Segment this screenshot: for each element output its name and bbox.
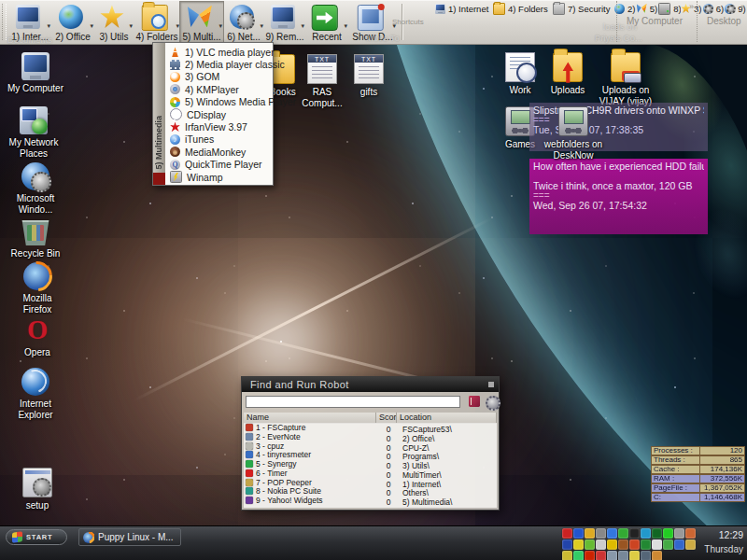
desktop-icon-internet-explorer[interactable]: Internet Explorer	[6, 368, 65, 420]
tray-icon[interactable]	[618, 528, 628, 539]
launcher-item-2-office[interactable]: ▾2) Office	[50, 1, 95, 45]
tray-icon[interactable]	[596, 528, 606, 539]
tray-clock[interactable]: 12:29 Thursday	[702, 529, 743, 554]
shortcut-item-7-security[interactable]: 7) Security	[553, 2, 614, 15]
start-button[interactable]: START	[6, 529, 67, 545]
tray-icon[interactable]	[641, 528, 651, 539]
toolbar-drag-handle[interactable]	[2, 4, 7, 40]
menu-item-3-gom[interactable]: 3) GOM	[166, 71, 272, 83]
shortcut-item-4-folders[interactable]: 4) Folders	[493, 2, 553, 15]
menu-item-itunes[interactable]: iTunes	[166, 133, 272, 146]
tray-icon[interactable]	[685, 528, 696, 539]
desktop-icon-mozilla-firefox[interactable]: Mozilla Firefox	[7, 262, 67, 315]
launcher-item-label: 6) Net...	[223, 32, 264, 42]
desktop-icon-webfolders-on-desknow[interactable]: webfolders on DeskNow	[540, 106, 607, 161]
tray-icon[interactable]	[663, 539, 673, 550]
desktop-icon-uploads[interactable]: Uploads	[538, 52, 598, 96]
tray-icon[interactable]	[607, 551, 617, 560]
desktop-icon-my-computer[interactable]: My Computer	[6, 52, 65, 94]
tray-icon[interactable]	[641, 551, 651, 560]
launcher-item-5-multi[interactable]: ▾5) Multi...	[179, 1, 224, 45]
resmeter-label: RAM :	[651, 474, 699, 483]
menu-vertical-label: 5) Multimedia	[154, 116, 163, 170]
tray-icon[interactable]	[629, 551, 640, 560]
desktop-icon-recycle-bin[interactable]: Recycle Bin	[6, 217, 65, 259]
tray-icon[interactable]	[596, 539, 606, 550]
taskbar-task-puppy-linux[interactable]: Puppy Linux - M...	[78, 528, 181, 546]
tray-icon[interactable]	[629, 528, 640, 539]
desktop-icon-my-network-places[interactable]: My Network Places	[4, 106, 63, 159]
desktop-icon-microsoft-windo[interactable]: Microsoft Windo...	[6, 162, 65, 215]
resmeter-row: Threads :865	[651, 455, 745, 465]
launcher-item-4-folders[interactable]: ▾4) Folders	[133, 1, 181, 45]
tray-icon[interactable]	[685, 539, 696, 550]
tray-icon[interactable]	[562, 551, 572, 560]
tray-icon[interactable]	[607, 539, 617, 550]
launcher-item-show-d[interactable]: ▾Show D...	[347, 1, 398, 45]
menu-item-winamp[interactable]: Winamp	[166, 171, 272, 183]
monkey-icon	[170, 147, 180, 157]
menu-item-4-kmplayer[interactable]: 4) KMPlayer	[166, 83, 272, 95]
launcher-item-label: 1) Inter...	[8, 32, 51, 42]
launcher-item-6-net[interactable]: ▾6) Net...	[222, 1, 265, 45]
tray-icon[interactable]	[596, 551, 606, 560]
chevron-icon[interactable]: »	[740, 2, 745, 11]
menu-item-5-windows-media-player[interactable]: 5) Windows Media Player	[166, 96, 272, 108]
tray-icon[interactable]	[585, 539, 595, 550]
launcher-item-9-rem[interactable]: ▾9) Rem...	[263, 1, 306, 45]
menu-item-1-vlc-media-player[interactable]: 1) VLC media player	[166, 46, 272, 58]
tray-icon[interactable]	[629, 539, 640, 550]
launcher-item-1-inter[interactable]: ▾1) Inter...	[7, 1, 52, 45]
tray-icon[interactable]	[618, 539, 628, 550]
cone-icon	[170, 47, 180, 57]
menu-item-cdisplay[interactable]: CDisplay	[166, 108, 272, 120]
farr-row-score: 0	[387, 497, 391, 507]
tray-icon[interactable]	[674, 539, 684, 550]
tray-icon[interactable]	[618, 551, 628, 560]
tray-icon[interactable]	[585, 528, 595, 539]
desktop-icon-uploads-on-vijay-vijay[interactable]: Uploads on VIJAY (vijay)	[592, 52, 659, 106]
farr-row-location: 5) Multimedia\	[402, 497, 452, 507]
tray-icon[interactable]	[562, 528, 572, 539]
tray-icon[interactable]	[585, 551, 595, 560]
menu-item-mediamonkey[interactable]: MediaMonkey	[166, 146, 272, 158]
farr-row-icon	[246, 497, 253, 504]
folder-search-icon	[142, 5, 168, 31]
start-button-label: START	[26, 533, 52, 541]
tray-icon[interactable]	[641, 539, 651, 550]
tray-icon[interactable]	[652, 528, 662, 539]
menu-item-2-media-player-classic[interactable]: 2) Media player classic	[166, 58, 272, 70]
farr-search-input[interactable]	[246, 396, 460, 408]
farr-column-header-name[interactable]: Name	[244, 413, 376, 423]
wmp-icon	[170, 97, 180, 107]
launcher-item-recent[interactable]: ▾Recent	[304, 1, 349, 45]
desktop-icon-setup[interactable]: setup	[7, 468, 67, 511]
desktop-icon-label: My Computer	[7, 83, 63, 94]
farr-close-button[interactable]	[488, 382, 494, 387]
farr-titlebar[interactable]: Find and Run Robot	[242, 377, 499, 392]
menu-item-quicktime-player[interactable]: QuickTime Player	[166, 159, 272, 171]
tray-icon[interactable]	[652, 551, 662, 560]
tray-icon[interactable]	[573, 528, 584, 539]
farr-row-icon	[246, 460, 253, 468]
tray-icon[interactable]	[674, 528, 684, 539]
toolbar-panel-desktop[interactable]: Desktop »	[697, 1, 747, 42]
menu-side-strip: 5) Multimedia	[153, 43, 165, 185]
desktop-icon-opera[interactable]: Opera	[7, 316, 67, 358]
shortcut-item-1-internet[interactable]: 1) Internet	[435, 2, 493, 15]
farr-result-row[interactable]: 9 - Yahoo! Widgets05) Multimedia\	[244, 496, 497, 505]
launcher-item-3-utils[interactable]: ▾3) Utils	[93, 1, 134, 45]
desktop-icon-gifts[interactable]: gifts	[339, 54, 399, 98]
chevron-icon[interactable]: »	[689, 2, 694, 11]
sticky-note[interactable]: How often have i experienced HDD failure…	[529, 159, 708, 234]
tray-icon[interactable]	[652, 539, 662, 550]
menu-item-irfanview-3-97[interactable]: IrfanView 3.97	[166, 120, 272, 133]
tray-icon[interactable]	[562, 539, 572, 550]
tinyresmeter-widget[interactable]: Processes :120Threads :865Cache :174,136…	[651, 446, 745, 502]
tray-icon[interactable]	[573, 539, 584, 550]
tray-icon[interactable]	[663, 528, 673, 539]
toolbar-panel-my-computer[interactable]: My Computer »	[616, 1, 697, 42]
flag-icon	[12, 531, 22, 543]
tray-icon[interactable]	[573, 551, 584, 560]
tray-icon[interactable]	[607, 528, 617, 539]
